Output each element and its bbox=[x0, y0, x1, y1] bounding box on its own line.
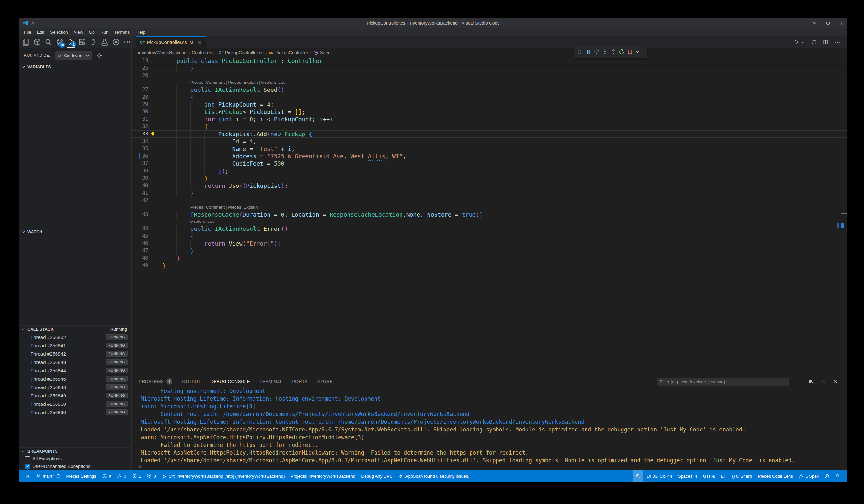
panel-tab-problems[interactable]: PROBLEMS1 bbox=[139, 376, 172, 387]
codelens-row[interactable]: Pieces: Comment | Pieces: Explain | 0 re… bbox=[132, 79, 847, 86]
breadcrumb-item[interactable]: inventoryWorksBackend bbox=[138, 50, 187, 55]
status-pieces-settings[interactable]: Pieces Settings bbox=[63, 470, 99, 482]
menu-file[interactable]: File bbox=[21, 30, 34, 35]
pause-icon[interactable] bbox=[585, 49, 591, 55]
minimize-icon[interactable] bbox=[812, 21, 817, 26]
debug-config-dropdown[interactable]: C#: invent bbox=[55, 51, 92, 60]
status-projects-inventoryworksbackend[interactable]: Projects: inventoryWorksBackend bbox=[288, 470, 358, 482]
menu-edit[interactable]: Edit bbox=[34, 30, 47, 35]
section-watch[interactable]: WATCH bbox=[19, 228, 131, 236]
code-line-47[interactable]: 47 } bbox=[132, 247, 847, 255]
tab-pickupcontroller[interactable]: C# PickupController.cs M bbox=[136, 36, 206, 48]
code-line-41[interactable]: 41 } bbox=[132, 189, 847, 197]
status-pieces-code-lens[interactable]: Pieces Code Lens bbox=[755, 470, 796, 482]
activity-extensions[interactable] bbox=[78, 37, 86, 48]
close-tab-icon[interactable] bbox=[197, 40, 202, 45]
code-line-34[interactable]: 34 Id = i, bbox=[132, 138, 847, 145]
activity-more[interactable] bbox=[123, 37, 131, 48]
status-0[interactable]: 0 bbox=[144, 470, 159, 482]
start-debug-icon[interactable] bbox=[58, 53, 62, 58]
menu-run[interactable]: Run bbox=[98, 30, 111, 35]
code-line-44[interactable]: 44 public IActionResult Error() bbox=[132, 225, 847, 232]
breadcrumb-item[interactable]: Controllers bbox=[192, 50, 214, 55]
step-over-icon[interactable] bbox=[593, 49, 600, 55]
code-line-39[interactable]: 39 } bbox=[132, 175, 847, 182]
code-line-31[interactable]: 31 for (int i = 0; i < PickupCount; i++) bbox=[132, 115, 847, 123]
close-window-icon[interactable] bbox=[839, 21, 844, 26]
activity-ear[interactable] bbox=[89, 37, 98, 48]
status-1[interactable]: 1 bbox=[129, 470, 144, 482]
thread-row[interactable]: Thread #256842RUNNING bbox=[19, 349, 131, 358]
code-line-27[interactable]: 27 public IActionResult Seed() bbox=[132, 86, 847, 94]
breadcrumb-item[interactable]: PickupController bbox=[269, 50, 308, 55]
status-spaces-4[interactable]: Spaces: 4 bbox=[675, 470, 700, 482]
thread-row[interactable]: Thread #256841RUNNING bbox=[19, 341, 131, 349]
thread-row[interactable]: Thread #256850RUNNING bbox=[19, 399, 131, 408]
breadcrumb-item[interactable]: C#PickupController.cs bbox=[219, 50, 264, 55]
thread-row[interactable]: Thread #256844RUNNING bbox=[19, 366, 131, 374]
open-changes-icon[interactable] bbox=[811, 39, 816, 45]
code-line-42[interactable]: 42 bbox=[132, 197, 847, 204]
breakpoint-checkbox[interactable] bbox=[25, 464, 30, 469]
activity-git-branch[interactable]: 18 bbox=[56, 37, 64, 48]
menu-view[interactable]: View bbox=[71, 30, 86, 35]
codelens-label[interactable]: Pieces: Comment | Pieces: Explain | 0 re… bbox=[191, 80, 286, 85]
code-line-32[interactable]: 32 { bbox=[132, 123, 847, 130]
code-line-25[interactable]: 25 } bbox=[132, 64, 847, 72]
activity-run-debug[interactable]: 1 bbox=[67, 37, 75, 48]
panel-tab-output[interactable]: OUTPUT bbox=[182, 376, 201, 387]
activity-package[interactable] bbox=[33, 37, 41, 48]
breakpoint-checkbox[interactable] bbox=[25, 456, 30, 461]
thread-row[interactable]: Thread #256843RUNNING bbox=[19, 358, 131, 366]
code-line-33[interactable]: 33 PickupList.Add(new Pickup { bbox=[132, 130, 847, 138]
code-line-38[interactable]: 38 }); bbox=[132, 167, 847, 175]
activity-target[interactable] bbox=[112, 37, 120, 48]
panel-tab-terminal[interactable]: TERMINAL bbox=[260, 376, 282, 387]
thread-row[interactable]: Thread #256848RUNNING bbox=[19, 383, 131, 391]
console-prompt[interactable]: > bbox=[132, 464, 847, 470]
status-appscan-found-0-security-issues[interactable]: AppScan found 0 security issues. bbox=[395, 470, 472, 482]
section-call-stack[interactable]: CALL STACK Running bbox=[19, 325, 131, 333]
code-line-37[interactable]: 37 CubicFeet = 500 bbox=[132, 160, 847, 167]
menu-help[interactable]: Help bbox=[133, 30, 148, 35]
gear-icon[interactable] bbox=[97, 53, 103, 59]
section-variables[interactable]: VARIABLES bbox=[19, 63, 131, 71]
run-file-icon[interactable] bbox=[794, 39, 799, 45]
lightbulb-icon[interactable] bbox=[150, 131, 155, 137]
status-1-spell[interactable]: 1 Spell bbox=[796, 470, 821, 482]
code-line-43[interactable]: 43 [ResponseCache(Duration = 0, Location… bbox=[132, 211, 847, 218]
status-debug-any-cpu[interactable]: Debug Any CPU bbox=[358, 470, 395, 482]
breadcrumb-item[interactable]: Seed bbox=[313, 50, 331, 55]
chev-down-icon[interactable] bbox=[635, 49, 639, 55]
status-zoom[interactable] bbox=[633, 470, 643, 482]
code-line-48[interactable]: 48 } bbox=[132, 255, 847, 262]
gripper-icon[interactable] bbox=[577, 49, 583, 55]
code-line-28[interactable]: 28 { bbox=[132, 94, 847, 101]
codelens-row[interactable]: Pieces: Comment | Pieces: Explain bbox=[132, 204, 847, 211]
breakpoint-row[interactable]: User-Unhandled Exceptions bbox=[19, 463, 131, 470]
more-actions-icon[interactable] bbox=[835, 39, 840, 45]
maximize-icon[interactable] bbox=[826, 21, 831, 26]
activity-beaker[interactable] bbox=[100, 37, 109, 48]
thread-row[interactable]: Thread #256802RUNNING bbox=[19, 333, 131, 341]
status-ln-33-col-44[interactable]: Ln 33, Col 44 bbox=[643, 470, 675, 482]
code-line-40[interactable]: 40 return Json(PickupList); bbox=[132, 182, 847, 189]
thread-row[interactable]: Thread #256890RUNNING bbox=[19, 408, 131, 416]
code-area[interactable]: 13 public class PickupController : Contr… bbox=[132, 57, 847, 376]
status-main[interactable]: main* bbox=[33, 470, 63, 482]
status-bell[interactable] bbox=[832, 470, 843, 482]
panel-tab-azure[interactable]: AZURE bbox=[317, 376, 333, 387]
code-line-29[interactable]: 29 int PickupCount = 4; bbox=[132, 101, 847, 108]
collapse-panel-icon[interactable] bbox=[821, 379, 826, 384]
code-line-35[interactable]: 35 Name = "Test" + i, bbox=[132, 145, 847, 152]
code-line-13[interactable]: 13 public class PickupController : Contr… bbox=[132, 57, 847, 64]
code-line-30[interactable]: 30 List<Pickup> PickupList = []; bbox=[132, 108, 847, 115]
panel-tab-debug-console[interactable]: DEBUG CONSOLE bbox=[211, 376, 250, 387]
menu-selection[interactable]: Selection bbox=[47, 30, 71, 35]
status-remote[interactable] bbox=[23, 470, 33, 482]
menu-terminal[interactable]: Terminal bbox=[111, 30, 133, 35]
step-out-icon[interactable] bbox=[610, 49, 616, 55]
close-panel-icon[interactable] bbox=[833, 379, 838, 384]
thread-row[interactable]: Thread #256849RUNNING bbox=[19, 391, 131, 399]
status-c-sharp[interactable]: {} C Sharp bbox=[729, 470, 755, 482]
